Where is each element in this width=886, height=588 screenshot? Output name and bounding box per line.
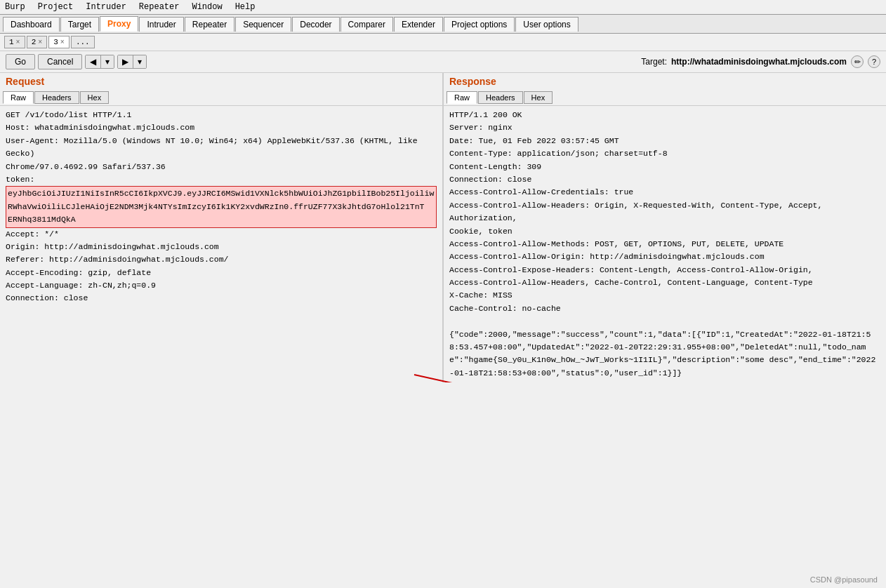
sub-tab-ellipsis[interactable]: ... (71, 36, 95, 48)
response-line-xcache: X-Cache: MISS (449, 289, 880, 302)
back-dropdown[interactable]: ▾ (101, 55, 114, 68)
menu-burp[interactable]: Burp (3, 1, 27, 13)
request-tabs: Raw Headers Hex (0, 90, 442, 106)
main-content: Request Raw Headers Hex GET /v1/todo/lis… (0, 73, 886, 382)
response-line-expose-headers: Access-Control-Expose-Headers: Content-L… (449, 264, 880, 276)
sub-tab-2-label: 2 (32, 38, 37, 46)
forward-button[interactable]: ▶ (118, 55, 133, 68)
go-button[interactable]: Go (6, 54, 35, 69)
main-tab-bar: Dashboard Target Proxy Intruder Repeater… (0, 15, 886, 34)
nav-back-group: ◀ ▾ (85, 55, 114, 69)
response-line-allow-credentials: Access-Control-Allow-Credentials: true (449, 186, 880, 199)
response-line-allow-headers: Access-Control-Allow-Headers: Origin, X-… (449, 199, 880, 225)
response-tab-hex[interactable]: Hex (524, 91, 553, 104)
target-label: Target: http://whatadminisdoingwhat.mjcl… (641, 55, 880, 68)
response-body: {"code":2000,"message":"success","count"… (449, 328, 880, 380)
sub-tab-2[interactable]: 2 × (27, 36, 48, 48)
request-line-2: Host: whatadminisdoingwhat.mjclouds.com (6, 121, 437, 134)
cancel-button[interactable]: Cancel (38, 54, 82, 69)
response-tab-headers[interactable]: Headers (478, 91, 523, 104)
request-header: Request (0, 73, 442, 90)
tab-repeater[interactable]: Repeater (185, 17, 234, 32)
response-tabs: Raw Headers Hex (444, 90, 886, 106)
request-line-origin: Origin: http://adminisdoingwhat.mjclouds… (6, 241, 437, 253)
forward-dropdown[interactable]: ▾ (133, 55, 146, 68)
request-line-4: Chrome/97.0.4692.99 Safari/537.36 (6, 161, 437, 173)
nav-forward-group: ▶ ▾ (117, 55, 147, 69)
request-line-accept: Accept: */* (6, 228, 437, 241)
sub-tab-1[interactable]: 1 × (4, 36, 25, 48)
tab-extender[interactable]: Extender (394, 17, 443, 32)
sub-tab-1-label: 1 (9, 38, 14, 46)
tab-project-options[interactable]: Project options (444, 17, 515, 32)
sub-tab-3-close[interactable]: × (60, 39, 65, 46)
request-line-1: GET /v1/todo/list HTTP/1.1 (6, 109, 437, 121)
response-line-allow-methods: Access-Control-Allow-Methods: POST, GET,… (449, 238, 880, 250)
response-line-content-length: Content-Length: 309 (449, 161, 880, 173)
tab-intruder[interactable]: Intruder (139, 17, 183, 32)
response-content[interactable]: HTTP/1.1 200 OK Server: nginx Date: Tue,… (444, 106, 886, 382)
sub-tab-3-label: 3 (53, 38, 58, 46)
tab-dashboard[interactable]: Dashboard (3, 17, 60, 32)
toolbar: Go Cancel ◀ ▾ ▶ ▾ Target: http://whatadm… (0, 51, 886, 73)
menu-window[interactable]: Window (190, 1, 224, 13)
request-line-referer: Referer: http://adminisdoingwhat.mjcloud… (6, 253, 437, 266)
help-icon[interactable]: ? (868, 55, 880, 68)
request-tab-headers[interactable]: Headers (34, 91, 79, 104)
menu-bar: Burp Project Intruder Repeater Window He… (0, 0, 886, 15)
menu-repeater[interactable]: Repeater (137, 1, 182, 13)
sub-tab-1-close[interactable]: × (16, 39, 20, 46)
sub-tab-3[interactable]: 3 × (48, 36, 70, 48)
response-line-allow-origin: Access-Control-Allow-Origin: http://admi… (449, 250, 880, 263)
tab-decoder[interactable]: Decoder (292, 17, 339, 32)
response-line-connection: Connection: close (449, 173, 880, 186)
target-url: http://whatadminisdoingwhat.mjclouds.com (671, 57, 847, 67)
request-line-3: User-Agent: Mozilla/5.0 (Windows NT 10.0… (6, 135, 437, 161)
request-tab-hex[interactable]: Hex (80, 91, 110, 104)
tab-sequencer[interactable]: Sequencer (235, 17, 291, 32)
menu-help[interactable]: Help (233, 1, 258, 13)
tab-user-options[interactable]: User options (515, 17, 578, 32)
request-line-token-label: token: (6, 173, 437, 186)
response-line-status: HTTP/1.1 200 OK (449, 109, 880, 121)
request-content[interactable]: GET /v1/todo/list HTTP/1.1 Host: whatadm… (0, 106, 442, 382)
menu-project[interactable]: Project (36, 1, 75, 13)
response-line-content-type: Content-Type: application/json; charset=… (449, 147, 880, 160)
response-tab-raw[interactable]: Raw (447, 91, 477, 104)
tab-target[interactable]: Target (60, 17, 99, 32)
edit-target-icon[interactable]: ✏ (851, 55, 864, 68)
sub-tab-2-close[interactable]: × (38, 39, 42, 46)
response-line-cache-control: Cache-Control: no-cache (449, 302, 880, 315)
request-line-connection: Connection: close (6, 292, 437, 305)
response-line-date: Date: Tue, 01 Feb 2022 03:57:45 GMT (449, 135, 880, 147)
tab-proxy[interactable]: Proxy (100, 16, 138, 32)
sub-tab-bar: 1 × 2 × 3 × ... (0, 34, 886, 51)
response-header: Response (444, 73, 886, 90)
request-line-encoding: Accept-Encoding: gzip, deflate (6, 267, 437, 279)
target-prefix: Target: (641, 57, 667, 67)
back-button[interactable]: ◀ (86, 55, 101, 68)
request-token-value: eyJhbGciOiJIUzI1NiIsInR5cCI6IkpXVCJ9.eyJ… (6, 186, 437, 227)
response-line-server: Server: nginx (449, 121, 880, 134)
request-tab-raw[interactable]: Raw (3, 91, 34, 104)
response-line-cookie: Cookie, token (449, 225, 880, 238)
tab-comparer[interactable]: Comparer (340, 17, 393, 32)
response-line-expose-headers2: Access-Control-Allow-Headers, Cache-Cont… (449, 276, 880, 289)
request-line-language: Accept-Language: zh-CN,zh;q=0.9 (6, 279, 437, 292)
menu-intruder[interactable]: Intruder (84, 1, 128, 13)
